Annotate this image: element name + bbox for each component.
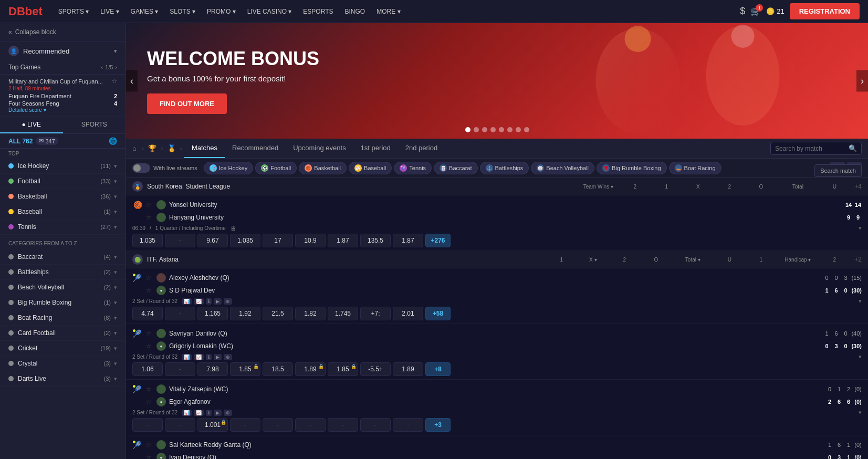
league-row-itf-astana[interactable]: 🟢 ITF. Astana 1 X ▾ 2 O Total ▾ U 1 Hand… (126, 251, 868, 268)
filter-tennis[interactable]: 🎾 Tennis (394, 162, 432, 174)
odds-btn[interactable]: 1.87 (393, 234, 423, 247)
nav-esports[interactable]: ESPORTS (298, 6, 338, 17)
nav-live[interactable]: LIVE ▾ (95, 6, 124, 17)
odds-btn[interactable]: 1.92 (230, 307, 260, 320)
filter-battleships[interactable]: ⚓ Battleships (480, 162, 529, 174)
stats-icon-btn[interactable]: 📊 (182, 354, 192, 360)
odds-btn[interactable]: 21.5 (263, 307, 293, 320)
odds-btn[interactable]: 1.06 (132, 362, 163, 376)
live-match-star[interactable]: ☆ (112, 78, 117, 85)
expand-icon[interactable]: +4 (854, 183, 862, 190)
star-fav-sai[interactable]: ☆ (146, 441, 153, 448)
detailed-score-link[interactable]: Detailed score ▾ (8, 107, 117, 113)
dollar-button[interactable]: $ (740, 6, 745, 17)
odds-btn-dash[interactable]: - (393, 418, 423, 432)
nav-sports[interactable]: SPORTS ▾ (53, 6, 94, 17)
odds-btn[interactable]: 1.87 (328, 234, 358, 247)
odds-btn-dash[interactable]: - (295, 418, 326, 432)
match-expand-button[interactable]: ▾ (859, 298, 862, 305)
odds-btn[interactable]: 1.745 (328, 307, 358, 320)
tab-matches[interactable]: Matches (184, 139, 225, 158)
logo[interactable]: DBbet (8, 5, 43, 18)
banner-next-button[interactable]: › (856, 70, 868, 92)
filter-boat-racing[interactable]: 🚤 Boat Racing (669, 162, 721, 174)
cat-item-big-rumble-boxing[interactable]: Big Rumble Boxing (1) ▾ (0, 295, 126, 310)
tab-sports[interactable]: SPORTS (63, 117, 126, 133)
odds-btn[interactable]: -5.5+ (360, 362, 391, 376)
chart-icon-btn[interactable]: 📈 (194, 354, 204, 360)
sport-item-basketball[interactable]: Basketball (36) ▾ (0, 189, 126, 204)
more-icon-btn[interactable]: ⊕ (224, 298, 232, 305)
nav-live-casino[interactable]: LIVE CASINO ▾ (242, 6, 297, 17)
star-fav-savriyan[interactable]: ☆ (146, 330, 153, 337)
odds-btn-dash[interactable]: - (165, 307, 195, 320)
expand-icon[interactable]: +2 (854, 256, 862, 263)
league-row-south-korea[interactable]: 🏅 South Korea. Student League Team Wins … (126, 178, 868, 195)
stream-icon-btn[interactable]: ▶ (214, 298, 222, 305)
odds-btn-dash[interactable]: - (328, 418, 358, 432)
star-fav-ivan[interactable]: ☆ (146, 454, 153, 459)
odds-btn-dash[interactable]: - (263, 418, 293, 432)
filter-football[interactable]: ⚽ Football (255, 162, 297, 174)
stats-icon-btn[interactable]: 📊 (182, 410, 192, 416)
odds-btn[interactable]: 17 (263, 234, 293, 247)
more-icon-btn[interactable]: ⊕ (224, 410, 232, 416)
sport-item-tennis[interactable]: Tennis (27) ▾ (0, 220, 126, 235)
search-icon[interactable]: 🔍 (849, 144, 857, 152)
odds-more-btn[interactable]: +3 (425, 418, 451, 432)
odds-btn[interactable]: 1.89🔒 (295, 362, 326, 376)
odds-btn[interactable]: 1.85🔒 (328, 362, 358, 376)
odds-btn[interactable]: 9.67 (197, 234, 228, 247)
odds-btn[interactable]: 1.165 (197, 307, 228, 320)
odds-more-btn[interactable]: +276 (425, 234, 451, 247)
find-out-more-button[interactable]: FIND OUT MORE (147, 93, 227, 114)
star-fav-yonsei[interactable]: ☆ (146, 201, 153, 208)
odds-btn[interactable]: 135.5 (360, 234, 391, 247)
match-expand-button[interactable]: ▾ (859, 225, 862, 232)
cat-item-card-football[interactable]: Card Football (2) ▾ (0, 326, 126, 341)
cat-item-baccarat[interactable]: Baccarat (4) ▾ (0, 249, 126, 265)
tab-1st-period[interactable]: 1st period (353, 139, 398, 158)
odds-btn-dash[interactable]: - (165, 418, 195, 432)
chart-icon-btn[interactable]: 📈 (194, 410, 204, 416)
coins-button[interactable]: 🪙 21 (766, 7, 784, 15)
odds-btn-dash[interactable]: - (360, 418, 391, 432)
odds-btn-dash[interactable]: - (165, 234, 195, 247)
nav-slots[interactable]: SLOTS ▾ (164, 6, 201, 17)
cat-item-crystal[interactable]: Crystal (3) ▾ (0, 356, 126, 371)
odds-btn[interactable]: +7: (360, 307, 391, 320)
filter-big-rumble-boxing[interactable]: 🥊 Big Rumble Boxing (597, 162, 667, 174)
top-games-next[interactable]: › (115, 64, 117, 70)
info-icon-btn[interactable]: ℹ (206, 298, 212, 305)
odds-btn[interactable]: 10.9 (295, 234, 326, 247)
odds-more-btn[interactable]: +58 (425, 307, 451, 320)
cat-item-cricket[interactable]: Cricket (19) ▾ (0, 341, 126, 356)
sport-item-football[interactable]: Football (33) ▾ (0, 174, 126, 189)
cart-button[interactable]: 🛒1 (750, 6, 761, 16)
cat-item-battleships[interactable]: Battleships (2) ▾ (0, 265, 126, 280)
nav-games[interactable]: GAMES ▾ (126, 6, 164, 17)
odds-btn[interactable]: 1.001🔒 (197, 418, 228, 432)
tab-upcoming-events[interactable]: Upcoming events (286, 139, 353, 158)
filter-baseball[interactable]: ⚾ Baseball (349, 162, 392, 174)
stream-icon-btn[interactable]: ▶ (214, 410, 222, 416)
odds-btn-dash[interactable]: - (132, 418, 163, 432)
home-icon[interactable]: ⌂ (132, 144, 137, 152)
top-games-prev[interactable]: ‹ (101, 64, 103, 70)
registration-button[interactable]: REGISTRATION (790, 3, 860, 19)
cat-item-beach-volleyball[interactable]: Beach Volleyball (2) ▾ (0, 280, 126, 295)
stats-icon-btn[interactable]: 📊 (182, 298, 192, 305)
filter-beach-volleyball[interactable]: 🏐 Beach Volleyball (531, 162, 594, 174)
nav-promo[interactable]: PROMO ▾ (202, 6, 241, 17)
filter-basketball[interactable]: 🏀 Basketball (299, 162, 347, 174)
tab-recommended[interactable]: Recommended (225, 139, 286, 158)
nav-more[interactable]: MORE ▾ (371, 6, 405, 17)
odds-btn[interactable]: 7.98 (197, 362, 228, 376)
live-stream-switch[interactable] (132, 163, 150, 173)
collapse-block[interactable]: « Collapse block (0, 23, 126, 41)
info-icon-btn[interactable]: ℹ (206, 354, 212, 360)
more-icon-btn[interactable]: ⊕ (224, 354, 232, 360)
odds-btn-dash[interactable]: - (165, 362, 195, 376)
match-expand-button[interactable]: ▾ (859, 353, 862, 360)
odds-btn[interactable]: 1.035 (132, 234, 163, 247)
